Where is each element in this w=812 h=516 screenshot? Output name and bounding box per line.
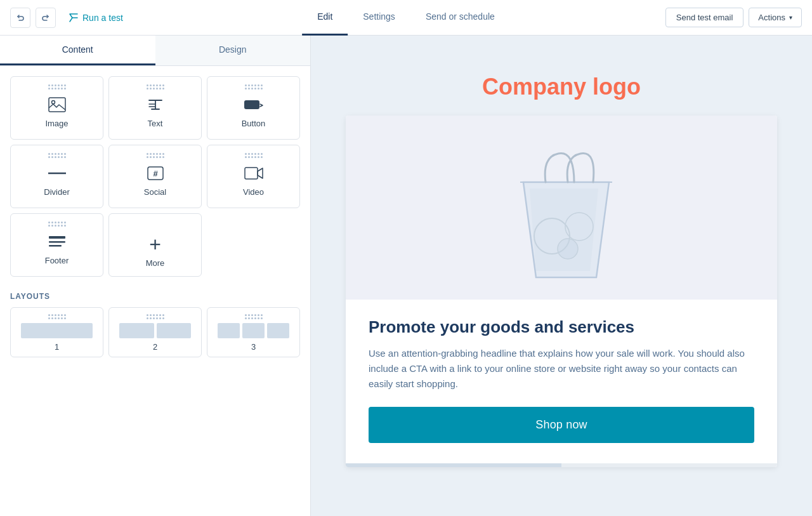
- left-panel: Content Design: [0, 36, 311, 516]
- social-icon: #: [147, 163, 164, 183]
- main-layout: Content Design: [0, 36, 812, 516]
- drag-handle-video: [245, 153, 263, 158]
- button-label: Button: [242, 119, 266, 128]
- content-item-image[interactable]: Image: [10, 76, 103, 140]
- email-card: Promote your goods and services Use an a…: [346, 116, 777, 467]
- email-headline: Promote your goods and services: [369, 317, 754, 337]
- svg-point-1: [51, 101, 55, 104]
- svg-rect-9: [49, 245, 62, 247]
- footer-strip-right: [561, 463, 777, 467]
- email-body: Promote your goods and services Use an a…: [346, 300, 777, 463]
- shopping-bag-illustration: [485, 125, 638, 290]
- actions-button[interactable]: Actions ▾: [749, 8, 802, 27]
- drag-handle-divider: [48, 153, 66, 158]
- text-icon: [147, 95, 164, 115]
- shop-now-button[interactable]: Shop now: [369, 407, 754, 443]
- layout-1-preview: [16, 323, 98, 338]
- drag-handle-layout-1: [48, 314, 66, 319]
- footer-icon: [48, 232, 66, 252]
- divider-label: Divider: [44, 187, 69, 197]
- layout-1-label: 1: [55, 342, 59, 352]
- more-icon: +: [149, 234, 161, 255]
- nav-left-controls: Run a test: [10, 8, 123, 28]
- content-item-button[interactable]: Button: [207, 76, 300, 140]
- drag-handle-layout-2: [147, 314, 164, 319]
- svg-rect-7: [49, 236, 65, 239]
- send-test-email-button[interactable]: Send test email: [665, 8, 744, 27]
- layout-2-preview: [114, 323, 196, 338]
- run-test-label: Run a test: [82, 13, 123, 23]
- email-preview: Company logo: [346, 61, 777, 467]
- image-icon: [48, 95, 66, 115]
- run-test-button[interactable]: Run a test: [69, 13, 123, 23]
- layout-item-3[interactable]: 3: [207, 307, 300, 357]
- more-label: More: [146, 258, 165, 268]
- drag-handle-button: [245, 84, 263, 89]
- content-item-divider[interactable]: Divider: [10, 145, 103, 208]
- redo-button[interactable]: [36, 8, 56, 28]
- actions-label: Actions: [758, 13, 785, 22]
- nav-right-controls: Send test email Actions ▾: [665, 8, 802, 27]
- svg-point-12: [558, 239, 578, 259]
- tab-design[interactable]: Design: [155, 36, 311, 65]
- company-logo: Company logo: [346, 61, 777, 116]
- svg-text:#: #: [153, 169, 158, 178]
- social-label: Social: [144, 187, 166, 197]
- content-item-more[interactable]: + More: [108, 213, 202, 277]
- svg-rect-6: [245, 168, 258, 179]
- undo-button[interactable]: [10, 8, 30, 28]
- svg-rect-0: [49, 98, 65, 112]
- tab-edit[interactable]: Edit: [302, 0, 348, 36]
- layouts-title: LAYOUTS: [10, 292, 300, 301]
- layouts-grid: 1 2: [10, 307, 300, 357]
- email-body-text: Use an attention-grabbing headline that …: [369, 346, 754, 392]
- drag-handle-footer: [48, 222, 66, 227]
- svg-rect-2: [244, 100, 259, 109]
- top-navigation: Run a test Edit Settings Send or schedul…: [0, 0, 812, 36]
- drag-handle-text: [147, 84, 164, 89]
- layout-2-label: 2: [153, 342, 157, 352]
- email-footer-strip: [346, 463, 777, 467]
- content-item-footer[interactable]: Footer: [10, 213, 103, 277]
- actions-chevron-icon: ▾: [789, 14, 792, 21]
- layout-3-label: 3: [251, 342, 256, 352]
- text-label: Text: [148, 119, 163, 128]
- email-image-section: [346, 116, 777, 300]
- svg-rect-8: [49, 241, 65, 243]
- panel-tabs: Content Design: [0, 36, 310, 66]
- tab-send-or-schedule[interactable]: Send or schedule: [410, 0, 510, 36]
- video-icon: [244, 163, 263, 183]
- email-preview-panel: Company logo: [311, 36, 812, 516]
- footer-strip-left: [346, 463, 561, 467]
- drag-handle-layout-3: [245, 314, 263, 319]
- button-icon: [244, 95, 264, 115]
- layout-3-preview: [213, 323, 294, 338]
- drag-handle-social: [147, 153, 164, 158]
- layout-item-1[interactable]: 1: [10, 307, 103, 357]
- tab-content[interactable]: Content: [0, 36, 155, 65]
- divider-icon: [48, 163, 66, 183]
- content-item-social[interactable]: # Social: [108, 145, 202, 208]
- tab-settings[interactable]: Settings: [348, 0, 410, 36]
- layouts-section: LAYOUTS 1: [0, 287, 310, 367]
- footer-label: Footer: [45, 256, 69, 265]
- nav-tabs: Edit Settings Send or schedule: [302, 0, 510, 36]
- content-item-text[interactable]: Text: [108, 76, 202, 140]
- layout-item-2[interactable]: 2: [108, 307, 202, 357]
- content-item-video[interactable]: Video: [207, 145, 300, 208]
- video-label: Video: [243, 187, 264, 197]
- image-label: Image: [45, 119, 68, 128]
- content-items-grid: Image Text: [0, 66, 310, 287]
- drag-handle-image: [48, 84, 66, 89]
